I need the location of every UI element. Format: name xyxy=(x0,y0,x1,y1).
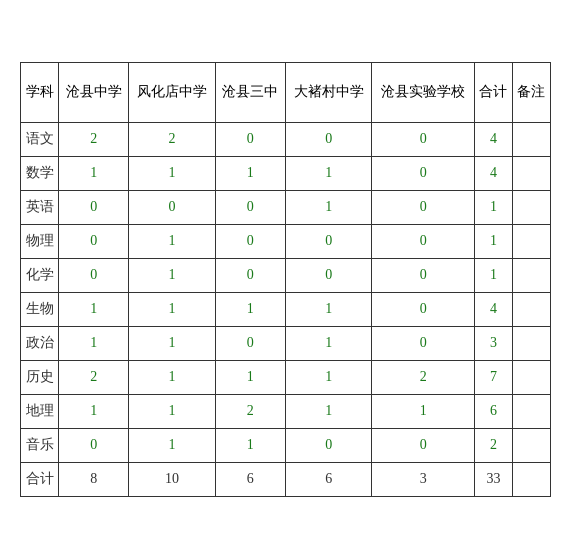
cell-9-c2: 1 xyxy=(129,428,215,462)
cell-4-total: 1 xyxy=(474,258,512,292)
cell-1-total: 4 xyxy=(474,156,512,190)
cell-3-note xyxy=(512,224,550,258)
cell-8-c4: 1 xyxy=(285,394,371,428)
cell-7-c5: 2 xyxy=(372,360,475,394)
cell-3-total: 1 xyxy=(474,224,512,258)
col-header-c4: 大褚村中学 xyxy=(285,62,371,122)
col-header-note: 备注 xyxy=(512,62,550,122)
cell-10-c1: 8 xyxy=(59,462,129,496)
cell-1-c2: 1 xyxy=(129,156,215,190)
cell-9-total: 2 xyxy=(474,428,512,462)
cell-1-c5: 0 xyxy=(372,156,475,190)
cell-3-c4: 0 xyxy=(285,224,371,258)
table-row: 数学111104 xyxy=(21,156,551,190)
cell-6-c3: 0 xyxy=(215,326,285,360)
col-header-total: 合计 xyxy=(474,62,512,122)
cell-9-subject: 音乐 xyxy=(21,428,59,462)
cell-7-c2: 1 xyxy=(129,360,215,394)
table-container: 学科 沧县中学 风化店中学 沧县三中 大褚村中学 沧县实验学校 合计 备注 语文… xyxy=(10,52,561,507)
cell-2-note xyxy=(512,190,550,224)
main-table: 学科 沧县中学 风化店中学 沧县三中 大褚村中学 沧县实验学校 合计 备注 语文… xyxy=(20,62,551,497)
cell-9-note xyxy=(512,428,550,462)
cell-6-total: 3 xyxy=(474,326,512,360)
cell-7-total: 7 xyxy=(474,360,512,394)
cell-8-c1: 1 xyxy=(59,394,129,428)
cell-7-note xyxy=(512,360,550,394)
cell-5-c1: 1 xyxy=(59,292,129,326)
cell-0-c4: 0 xyxy=(285,122,371,156)
header-row: 学科 沧县中学 风化店中学 沧县三中 大褚村中学 沧县实验学校 合计 备注 xyxy=(21,62,551,122)
table-row: 历史211127 xyxy=(21,360,551,394)
table-row: 物理010001 xyxy=(21,224,551,258)
cell-2-subject: 英语 xyxy=(21,190,59,224)
col-header-c3: 沧县三中 xyxy=(215,62,285,122)
cell-6-subject: 政治 xyxy=(21,326,59,360)
cell-3-c1: 0 xyxy=(59,224,129,258)
cell-9-c3: 1 xyxy=(215,428,285,462)
cell-10-total: 33 xyxy=(474,462,512,496)
cell-8-total: 6 xyxy=(474,394,512,428)
cell-2-c4: 1 xyxy=(285,190,371,224)
col-header-c2: 风化店中学 xyxy=(129,62,215,122)
cell-10-subject: 合计 xyxy=(21,462,59,496)
cell-4-c4: 0 xyxy=(285,258,371,292)
cell-5-note xyxy=(512,292,550,326)
cell-3-c3: 0 xyxy=(215,224,285,258)
cell-1-subject: 数学 xyxy=(21,156,59,190)
cell-8-c2: 1 xyxy=(129,394,215,428)
cell-4-c1: 0 xyxy=(59,258,129,292)
col-header-c5: 沧县实验学校 xyxy=(372,62,475,122)
cell-7-c1: 2 xyxy=(59,360,129,394)
cell-5-c2: 1 xyxy=(129,292,215,326)
cell-2-c1: 0 xyxy=(59,190,129,224)
cell-9-c4: 0 xyxy=(285,428,371,462)
cell-1-c3: 1 xyxy=(215,156,285,190)
cell-1-c1: 1 xyxy=(59,156,129,190)
cell-8-c5: 1 xyxy=(372,394,475,428)
cell-6-c1: 1 xyxy=(59,326,129,360)
cell-3-subject: 物理 xyxy=(21,224,59,258)
cell-10-c5: 3 xyxy=(372,462,475,496)
table-row: 语文220004 xyxy=(21,122,551,156)
table-row: 化学010001 xyxy=(21,258,551,292)
cell-5-c4: 1 xyxy=(285,292,371,326)
cell-2-c5: 0 xyxy=(372,190,475,224)
cell-5-c5: 0 xyxy=(372,292,475,326)
cell-2-c3: 0 xyxy=(215,190,285,224)
cell-10-note xyxy=(512,462,550,496)
cell-1-note xyxy=(512,156,550,190)
table-row: 英语000101 xyxy=(21,190,551,224)
cell-8-subject: 地理 xyxy=(21,394,59,428)
cell-0-c2: 2 xyxy=(129,122,215,156)
cell-0-subject: 语文 xyxy=(21,122,59,156)
table-row: 政治110103 xyxy=(21,326,551,360)
cell-4-c5: 0 xyxy=(372,258,475,292)
cell-6-c4: 1 xyxy=(285,326,371,360)
cell-7-c4: 1 xyxy=(285,360,371,394)
cell-3-c5: 0 xyxy=(372,224,475,258)
cell-5-c3: 1 xyxy=(215,292,285,326)
cell-0-c3: 0 xyxy=(215,122,285,156)
cell-6-c2: 1 xyxy=(129,326,215,360)
cell-10-c4: 6 xyxy=(285,462,371,496)
cell-2-total: 1 xyxy=(474,190,512,224)
cell-5-subject: 生物 xyxy=(21,292,59,326)
cell-5-total: 4 xyxy=(474,292,512,326)
table-row: 生物111104 xyxy=(21,292,551,326)
cell-9-c1: 0 xyxy=(59,428,129,462)
cell-1-c4: 1 xyxy=(285,156,371,190)
cell-10-c2: 10 xyxy=(129,462,215,496)
cell-3-c2: 1 xyxy=(129,224,215,258)
cell-2-c2: 0 xyxy=(129,190,215,224)
cell-9-c5: 0 xyxy=(372,428,475,462)
col-header-subject: 学科 xyxy=(21,62,59,122)
cell-7-c3: 1 xyxy=(215,360,285,394)
cell-4-subject: 化学 xyxy=(21,258,59,292)
col-header-c1: 沧县中学 xyxy=(59,62,129,122)
cell-0-total: 4 xyxy=(474,122,512,156)
cell-0-note xyxy=(512,122,550,156)
table-row: 合计81066333 xyxy=(21,462,551,496)
cell-7-subject: 历史 xyxy=(21,360,59,394)
cell-8-c3: 2 xyxy=(215,394,285,428)
cell-4-note xyxy=(512,258,550,292)
